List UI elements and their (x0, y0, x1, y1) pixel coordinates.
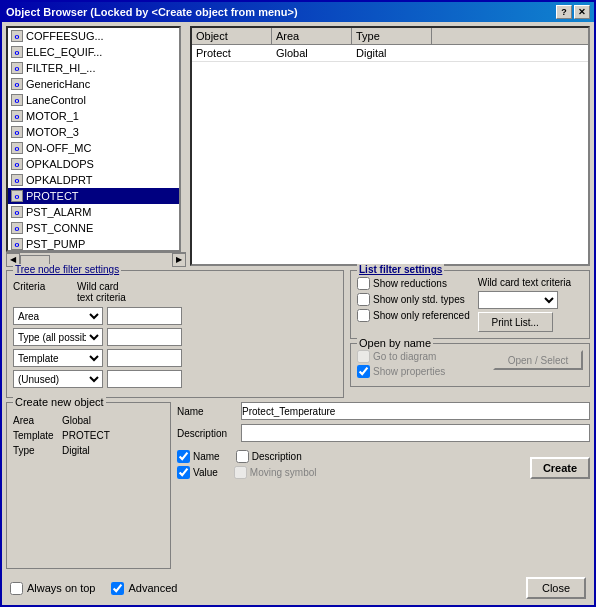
moving-symbol-checkbox[interactable] (234, 466, 247, 479)
tree-icon: o (10, 93, 24, 107)
go-to-diagram-check[interactable] (357, 350, 370, 363)
table-header-cell: Type (352, 28, 432, 44)
tree-item[interactable]: oON-OFF_MC (8, 140, 179, 156)
list-filter-checkbox-label: Show only std. types (373, 294, 465, 305)
create-obj-group: Create new object Area Global Template P… (6, 402, 171, 569)
always-on-top-checkbox[interactable] (10, 582, 23, 595)
tree-item[interactable]: oPST_ALARM (8, 204, 179, 220)
create-obj-field-row: Type Digital (13, 445, 164, 456)
criteria-select[interactable]: Type (all possible) (13, 328, 103, 346)
tree-icon-inner: o (11, 94, 23, 106)
obj-field-label: Area (13, 415, 58, 426)
go-to-diagram-label: Go to diagram (373, 351, 436, 362)
title-bar-buttons: ? ✕ (556, 5, 590, 19)
show-properties-check[interactable] (357, 365, 370, 378)
scroll-right-btn[interactable]: ▶ (172, 253, 186, 267)
close-button[interactable]: Close (526, 577, 586, 599)
advanced-checkbox[interactable] (111, 582, 124, 595)
name-row: Name (177, 402, 590, 420)
tree-item[interactable]: oPROTECT (8, 188, 179, 204)
name-checkbox[interactable] (177, 450, 190, 463)
open-select-button[interactable]: Open / Select (493, 350, 583, 370)
tree-icon-inner: o (11, 78, 23, 90)
criteria-select[interactable]: Area (13, 307, 103, 325)
tree-item[interactable]: oFILTER_HI_... (8, 60, 179, 76)
desc-row: Description (177, 424, 590, 442)
tree-item-label: FILTER_HI_... (26, 62, 95, 74)
table-header-cell: Area (272, 28, 352, 44)
list-filter-checkbox[interactable] (357, 293, 370, 306)
list-filter-checkbox-row: Show only referenced (357, 309, 470, 322)
tree-item[interactable]: oELEC_EQUIF... (8, 44, 179, 60)
desc-input[interactable] (241, 424, 590, 442)
top-section: oCOFFEESUG...oELEC_EQUIF...oFILTER_HI_..… (6, 26, 590, 266)
window-title: Object Browser (Locked by <Create object… (6, 6, 298, 18)
table-body: ProtectGlobalDigital (192, 45, 588, 264)
tree-icon-inner: o (11, 222, 23, 234)
create-button[interactable]: Create (530, 457, 590, 479)
wildcard-col-label: Wild card text criteria (77, 281, 137, 303)
tree-item-label: ON-OFF_MC (26, 142, 91, 154)
tree-item[interactable]: oOPKALDPRT (8, 172, 179, 188)
tree-item-label: OPKALDOPS (26, 158, 94, 170)
filter-row: Template (13, 349, 337, 367)
tree-item[interactable]: oOPKALDOPS (8, 156, 179, 172)
tree-item[interactable]: oGenericHanc (8, 76, 179, 92)
tree-icon-inner: o (11, 30, 23, 42)
wildcard-input[interactable] (107, 349, 182, 367)
tree-item-label: PROTECT (26, 190, 79, 202)
wildcard-col: Wild card text criteria Print List... (478, 277, 571, 332)
tree-icon-inner: o (11, 238, 23, 250)
tree-icon: o (10, 141, 24, 155)
list-filter-checkboxes: Show reductions Show only std. types Sho… (357, 277, 470, 332)
tree-item-label: COFFEESUG... (26, 30, 104, 42)
wildcard-input[interactable] (107, 307, 182, 325)
filter-row: (Unused) (13, 370, 337, 388)
list-filter-checkbox[interactable] (357, 277, 370, 290)
tree-item[interactable]: oPST_CONNE (8, 220, 179, 236)
main-content: oCOFFEESUG...oELEC_EQUIF...oFILTER_HI_..… (2, 22, 594, 605)
wildcard-input[interactable] (107, 328, 182, 346)
criteria-select[interactable]: Template (13, 349, 103, 367)
help-button[interactable]: ? (556, 5, 572, 19)
value-checkbox-row: Value (177, 466, 218, 479)
tree-item[interactable]: oCOFFEESUG... (8, 28, 179, 44)
right-filter-panel: List filter settings Show reductions Sho… (350, 270, 590, 398)
tree-panel[interactable]: oCOFFEESUG...oELEC_EQUIF...oFILTER_HI_..… (6, 26, 181, 252)
tree-item[interactable]: oLaneControl (8, 92, 179, 108)
tree-icon-inner: o (11, 174, 23, 186)
print-list-button[interactable]: Print List... (478, 312, 553, 332)
list-filter-checkbox-label: Show reductions (373, 278, 447, 289)
wildcard-input[interactable] (107, 370, 182, 388)
tree-icon-inner: o (11, 190, 23, 202)
tree-icon-inner: o (11, 206, 23, 218)
name-input[interactable] (241, 402, 590, 420)
tree-item[interactable]: oMOTOR_1 (8, 108, 179, 124)
table-header-cell: Object (192, 28, 272, 44)
tree-icon: o (10, 29, 24, 43)
list-wildcard-select[interactable] (478, 291, 558, 309)
list-wildcard-label: Wild card text criteria (478, 277, 571, 288)
list-filter-checkbox[interactable] (357, 309, 370, 322)
tree-icon-inner: o (11, 142, 23, 154)
create-obj-field-row: Area Global (13, 415, 164, 426)
desc-label: Description (177, 428, 237, 439)
create-obj-field-row: Template PROTECT (13, 430, 164, 441)
filter-rows: Area Type (all possible) Template (Unuse… (13, 307, 337, 391)
list-filter-checkbox-row: Show only std. types (357, 293, 470, 306)
create-obj-fields: Area Global Template PROTECT Type Digita… (13, 415, 164, 456)
obj-field-value: PROTECT (62, 430, 110, 441)
title-bar: Object Browser (Locked by <Create object… (2, 2, 594, 22)
value-checkbox[interactable] (177, 466, 190, 479)
list-filter-title[interactable]: List filter settings (357, 264, 444, 275)
table-row[interactable]: ProtectGlobalDigital (192, 45, 588, 62)
criteria-select[interactable]: (Unused) (13, 370, 103, 388)
create-obj-title: Create new object (13, 396, 106, 408)
description-checkbox[interactable] (236, 450, 249, 463)
window-close-button[interactable]: ✕ (574, 5, 590, 19)
list-filter-checkbox-row: Show reductions (357, 277, 470, 290)
tree-filter-title[interactable]: Tree node filter settings (13, 264, 121, 275)
tree-item[interactable]: oMOTOR_3 (8, 124, 179, 140)
filters-section: Tree node filter settings Criteria Wild … (6, 270, 590, 398)
tree-item[interactable]: oPST_PUMP (8, 236, 179, 252)
